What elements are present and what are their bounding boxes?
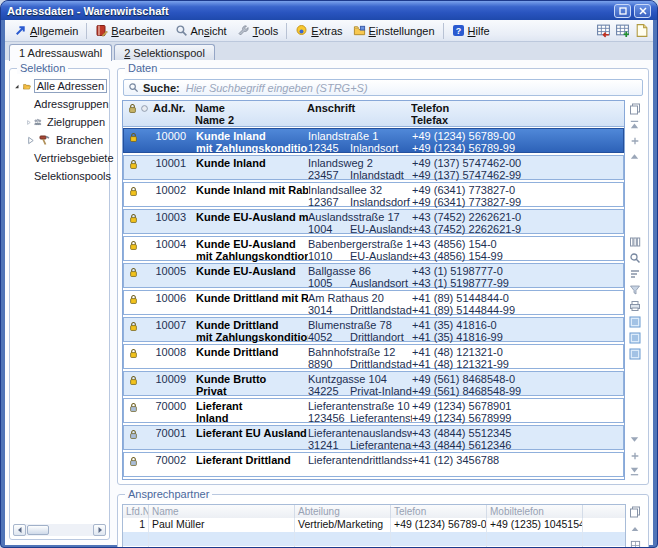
add-row-icon[interactable] [627, 134, 642, 147]
table-row[interactable]: 10008 Kunde Drittland Bahnhofstraße 1288… [123, 344, 624, 369]
card-view-icon[interactable] [628, 539, 643, 548]
arrow-ne-icon [14, 24, 27, 37]
table-row[interactable]: 10007 Kunde Drittlandmit Zahlungskonditi… [123, 317, 624, 342]
lock-icon [129, 402, 138, 413]
tree-item-label: Adressgruppen [32, 98, 111, 110]
columns-icon[interactable] [627, 236, 642, 249]
view-list-icon-2[interactable] [627, 332, 642, 345]
new-document-icon[interactable] [634, 23, 649, 38]
address-table: Ad.Nr. Name Name 2 Anschrift Telefon Tel… [122, 100, 625, 480]
grid-side-toolbar [625, 100, 644, 480]
column-header-name[interactable]: Name Name 2 [189, 101, 307, 126]
menu-item-label: Extras [311, 25, 342, 37]
contact-column-telefon[interactable]: Telefon [391, 505, 487, 518]
menu-item-bearbeiten[interactable]: Bearbeiten [90, 22, 169, 39]
prev-row-icon[interactable] [627, 150, 642, 163]
menu-item-label: Allgemein [30, 25, 78, 37]
lock-icon [129, 456, 138, 467]
filter-icon[interactable] [627, 284, 642, 297]
first-row-icon[interactable] [627, 118, 642, 131]
tree-item-vertriebsgebiete[interactable]: Vertriebsgebiete [14, 149, 107, 167]
menu-item-label: Bearbeiten [111, 25, 164, 37]
search-bar[interactable]: Suche: [123, 79, 643, 96]
window-title: Adressdaten - Warenwirtschaft [7, 5, 611, 17]
column-header-anschrift[interactable]: Anschrift [307, 101, 411, 126]
help-icon [452, 24, 465, 37]
contact-column-abteilung[interactable]: Abteilung [295, 505, 391, 518]
folderset-icon [353, 24, 366, 37]
horizontal-scrollbar[interactable] [13, 524, 106, 536]
menu-item-tools[interactable]: Tools [232, 22, 284, 39]
search-icon [128, 82, 139, 93]
ansprechpartner-panel-title: Ansprechpartner [125, 488, 212, 500]
tree-item-label: Vertriebsgebiete [32, 152, 116, 164]
menu-separator [86, 23, 87, 39]
daten-panel: Daten Suche: Ad.Nr. [117, 68, 649, 485]
address-table-header[interactable]: Ad.Nr. Name Name 2 Anschrift Telefon Tel… [123, 101, 624, 127]
table-row[interactable]: 10001 Kunde Inland Inlandsweg 223457Inla… [123, 155, 624, 180]
prev-row-icon[interactable] [628, 522, 643, 535]
lock-icon [129, 159, 138, 170]
menu-item-einstellungen[interactable]: Einstellungen [348, 22, 440, 39]
add-row-icon-2[interactable] [627, 449, 642, 462]
table-row[interactable]: 10005 Kunde EU-Ausland Ballgasse 861005A… [123, 263, 624, 288]
last-row-icon[interactable] [627, 465, 642, 478]
table-row[interactable]: 70000 LieferantInland Lieferantenstraße … [123, 398, 624, 423]
table-row[interactable]: 10004 Kunde EU-Auslandmit Zahlungskondti… [123, 236, 624, 261]
contact-column-mobiltelefon[interactable]: Mobiltelefon [487, 505, 583, 518]
tab-2-selektionspool[interactable]: 2 Selektionspool [114, 44, 215, 60]
app-window: Adressdaten - Warenwirtschaft Allgemein … [0, 0, 658, 548]
contact-column-lfdnr[interactable]: Lfd.Nr. [123, 505, 149, 518]
table-row[interactable]: 10002 Kunde Inland mit Rabatt Inlandsall… [123, 182, 624, 207]
contact-row[interactable]: 1 Paul Müller Vertrieb/Marketing +49 (12… [123, 518, 625, 532]
copy-icon[interactable] [628, 505, 643, 518]
next-row-icon[interactable] [627, 433, 642, 446]
scroll-right-button[interactable] [93, 524, 106, 536]
contacts-table-header[interactable]: Lfd.Nr. Name Abteilung Telefon Mobiltele… [123, 505, 625, 518]
print-icon[interactable] [627, 300, 642, 313]
tree-item-zielgruppen[interactable]: Zielgruppen [14, 113, 107, 131]
contact-row-empty[interactable] [123, 532, 625, 546]
menu-bar: Allgemein Bearbeiten Ansicht Tools Extra… [5, 20, 653, 42]
tree-item-adressgruppen[interactable]: Adressgruppen [14, 95, 107, 113]
table-row[interactable]: 10009 Kunde BruttoPrivat Kuntzgasse 1043… [123, 371, 624, 396]
column-header-adnr[interactable]: Ad.Nr. [153, 101, 189, 126]
table-row[interactable]: 70002 Lieferant Drittland Lieferantendri… [123, 452, 624, 477]
selektion-panel: Selektion Alle Adressen Adressgruppen Zi… [9, 68, 110, 540]
menu-item-extras[interactable]: Extras [290, 22, 347, 39]
contact-column-name[interactable]: Name [149, 505, 295, 518]
table-import-icon[interactable] [615, 23, 630, 38]
tree-expander-open-icon[interactable] [14, 82, 20, 91]
table-row[interactable]: 70001 Lieferant EU Ausland Lieferantenau… [123, 425, 624, 450]
scroll-left-button[interactable] [13, 524, 26, 536]
menu-separator [286, 23, 287, 39]
lock-icon [129, 186, 138, 197]
menu-item-label: Tools [253, 25, 279, 37]
table-row[interactable]: 10000 Kunde Inlandmit Zahlungskondition … [123, 128, 624, 153]
tree-item-branchen[interactable]: Branchen [14, 131, 107, 149]
restore-icon[interactable] [614, 4, 631, 18]
title-bar[interactable]: Adressdaten - Warenwirtschaft [1, 1, 657, 20]
contacts-table: Lfd.Nr. Name Abteilung Telefon Mobiltele… [122, 504, 626, 548]
menu-item-hilfe[interactable]: Hilfe [447, 22, 495, 39]
column-header-telefon[interactable]: Telefon Telefax [411, 101, 624, 126]
view-list-icon-1[interactable] [627, 316, 642, 329]
table-row[interactable]: 10006 Kunde Drittland mit Rabatt Am Rath… [123, 290, 624, 315]
tree-item-selektionspools[interactable]: Selektionspools [14, 167, 107, 185]
selektion-panel-title: Selektion [17, 62, 68, 74]
tree-expander-icon[interactable] [26, 136, 35, 145]
table-row[interactable]: 10003 Kunde EU-Ausland mit Rabatt Auslan… [123, 209, 624, 234]
tab-1-adressauswahl[interactable]: 1 Adressauswahl [9, 44, 112, 61]
sort-icon[interactable] [627, 268, 642, 281]
tree-expander-icon[interactable] [26, 118, 31, 127]
menu-item-ansicht[interactable]: Ansicht [170, 22, 232, 39]
menu-item-allgemein[interactable]: Allgemein [9, 22, 83, 39]
scrollbar-thumb[interactable] [27, 525, 49, 535]
search-input[interactable] [184, 81, 638, 95]
table-export-icon[interactable] [596, 23, 611, 38]
search-grid-icon[interactable] [627, 252, 642, 265]
copy-icon[interactable] [627, 102, 642, 115]
close-icon[interactable] [634, 4, 651, 18]
view-list-icon-3[interactable] [627, 348, 642, 361]
tree-item-alle-adressen[interactable]: Alle Adressen [14, 77, 107, 95]
